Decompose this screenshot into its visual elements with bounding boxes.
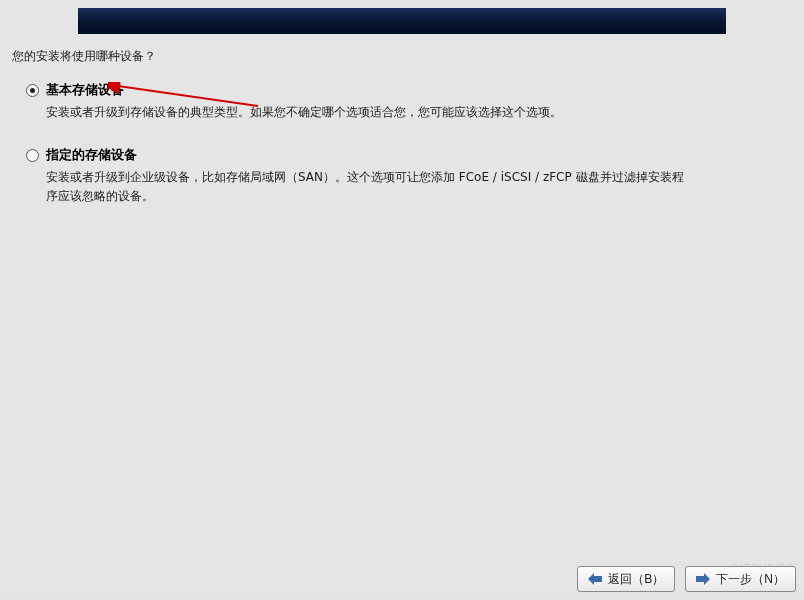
radio-specified-storage[interactable] <box>26 149 39 162</box>
option-specified-storage[interactable]: 指定的存储设备 安装或者升级到企业级设备，比如存储局域网（SAN）。这个选项可让… <box>26 146 794 206</box>
header-bar <box>78 8 726 34</box>
svg-marker-2 <box>588 573 602 585</box>
option-title: 基本存储设备 <box>46 81 794 99</box>
arrow-right-icon <box>696 573 710 585</box>
next-button[interactable]: 下一步（N） <box>685 566 796 592</box>
back-button-label: 返回（B） <box>608 571 664 588</box>
footer-buttons: 返回（B） 下一步（N） <box>577 566 796 592</box>
option-desc: 安装或者升级到存储设备的典型类型。如果您不确定哪个选项适合您，您可能应该选择这个… <box>46 103 686 122</box>
question-text: 您的安装将使用哪种设备？ <box>12 48 794 65</box>
content-area: 您的安装将使用哪种设备？ 基本存储设备 安装或者升级到存储设备的典型类型。如果您… <box>10 48 794 231</box>
arrow-left-icon <box>588 573 602 585</box>
back-button[interactable]: 返回（B） <box>577 566 675 592</box>
option-title: 指定的存储设备 <box>46 146 794 164</box>
radio-basic-storage[interactable] <box>26 84 39 97</box>
option-desc: 安装或者升级到企业级设备，比如存储局域网（SAN）。这个选项可让您添加 FCoE… <box>46 168 686 206</box>
option-basic-storage[interactable]: 基本存储设备 安装或者升级到存储设备的典型类型。如果您不确定哪个选项适合您，您可… <box>26 81 794 122</box>
next-button-label: 下一步（N） <box>716 571 785 588</box>
svg-marker-3 <box>696 573 710 585</box>
